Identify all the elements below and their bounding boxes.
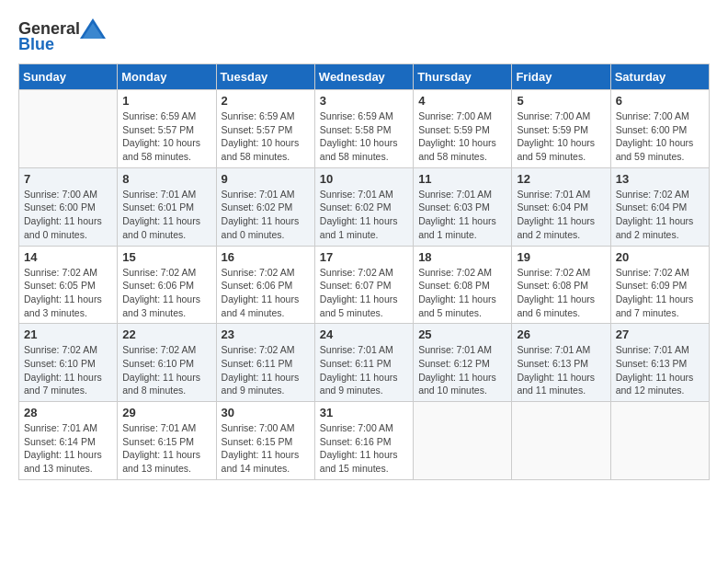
calendar-week-row: 14Sunrise: 7:02 AMSunset: 6:05 PMDayligh…	[19, 246, 710, 324]
day-number: 21	[24, 327, 112, 341]
weekday-header-thursday: Thursday	[414, 64, 512, 90]
calendar-day-cell: 6Sunrise: 7:00 AMSunset: 6:00 PMDaylight…	[610, 90, 709, 168]
day-info: Sunrise: 6:59 AMSunset: 5:57 PMDaylight:…	[122, 109, 210, 164]
day-number: 1	[122, 94, 210, 108]
calendar-day-cell: 26Sunrise: 7:01 AMSunset: 6:13 PMDayligh…	[512, 324, 610, 402]
calendar-day-cell: 14Sunrise: 7:02 AMSunset: 6:05 PMDayligh…	[19, 246, 118, 324]
day-number: 11	[418, 172, 506, 186]
calendar-day-cell: 9Sunrise: 7:01 AMSunset: 6:02 PMDaylight…	[216, 167, 314, 246]
day-number: 8	[122, 172, 210, 186]
calendar-day-cell: 10Sunrise: 7:01 AMSunset: 6:02 PMDayligh…	[314, 167, 413, 246]
day-info: Sunrise: 7:02 AMSunset: 6:09 PMDaylight:…	[616, 266, 704, 320]
day-number: 27	[616, 327, 704, 341]
day-number: 25	[418, 327, 506, 341]
day-number: 20	[616, 250, 704, 264]
day-info: Sunrise: 7:02 AMSunset: 6:10 PMDaylight:…	[24, 343, 112, 397]
day-info: Sunrise: 7:01 AMSunset: 6:11 PMDaylight:…	[320, 343, 408, 397]
day-number: 3	[320, 94, 408, 108]
calendar-day-cell: 31Sunrise: 7:00 AMSunset: 6:16 PMDayligh…	[314, 402, 413, 480]
calendar-day-cell	[512, 402, 610, 480]
day-number: 29	[122, 406, 210, 419]
calendar-day-cell: 20Sunrise: 7:02 AMSunset: 6:09 PMDayligh…	[610, 246, 709, 324]
logo-blue-text: Blue	[18, 35, 54, 54]
calendar-day-cell: 27Sunrise: 7:01 AMSunset: 6:13 PMDayligh…	[610, 324, 709, 402]
calendar-day-cell: 22Sunrise: 7:02 AMSunset: 6:10 PMDayligh…	[118, 324, 216, 402]
day-info: Sunrise: 7:01 AMSunset: 6:01 PMDaylight:…	[122, 188, 210, 242]
calendar-day-cell: 19Sunrise: 7:02 AMSunset: 6:08 PMDayligh…	[512, 246, 610, 324]
day-number: 22	[122, 327, 210, 341]
day-info: Sunrise: 7:02 AMSunset: 6:05 PMDaylight:…	[24, 266, 112, 320]
day-number: 9	[222, 172, 310, 186]
calendar-day-cell: 21Sunrise: 7:02 AMSunset: 6:10 PMDayligh…	[19, 324, 118, 402]
calendar-day-cell: 30Sunrise: 7:00 AMSunset: 6:15 PMDayligh…	[216, 402, 314, 480]
calendar-day-cell: 24Sunrise: 7:01 AMSunset: 6:11 PMDayligh…	[314, 324, 413, 402]
day-number: 4	[418, 94, 506, 108]
weekday-header-friday: Friday	[512, 64, 610, 90]
calendar-day-cell: 23Sunrise: 7:02 AMSunset: 6:11 PMDayligh…	[216, 324, 314, 402]
calendar-day-cell: 15Sunrise: 7:02 AMSunset: 6:06 PMDayligh…	[118, 246, 216, 324]
calendar-day-cell: 12Sunrise: 7:01 AMSunset: 6:04 PMDayligh…	[512, 167, 610, 246]
day-number: 16	[222, 250, 310, 264]
day-info: Sunrise: 6:59 AMSunset: 5:58 PMDaylight:…	[320, 109, 408, 164]
calendar-day-cell: 8Sunrise: 7:01 AMSunset: 6:01 PMDaylight…	[118, 167, 216, 246]
day-number: 28	[24, 406, 112, 419]
day-info: Sunrise: 7:01 AMSunset: 6:12 PMDaylight:…	[418, 343, 506, 397]
day-number: 2	[222, 94, 310, 108]
day-number: 18	[418, 250, 506, 264]
logo-arrow-icon	[80, 18, 106, 39]
day-number: 10	[320, 172, 408, 186]
calendar-day-cell: 4Sunrise: 7:00 AMSunset: 5:59 PMDaylight…	[414, 90, 512, 168]
calendar-day-cell	[19, 90, 118, 168]
calendar-day-cell: 1Sunrise: 6:59 AMSunset: 5:57 PMDaylight…	[118, 90, 216, 168]
day-info: Sunrise: 7:01 AMSunset: 6:15 PMDaylight:…	[122, 421, 210, 476]
day-number: 30	[222, 406, 310, 419]
calendar-table: SundayMondayTuesdayWednesdayThursdayFrid…	[18, 63, 710, 480]
day-info: Sunrise: 7:01 AMSunset: 6:03 PMDaylight:…	[418, 188, 506, 242]
day-number: 26	[517, 327, 605, 341]
day-info: Sunrise: 7:01 AMSunset: 6:02 PMDaylight:…	[222, 188, 310, 242]
calendar-day-cell: 17Sunrise: 7:02 AMSunset: 6:07 PMDayligh…	[314, 246, 413, 324]
calendar-day-cell	[610, 402, 709, 480]
day-number: 17	[320, 250, 408, 264]
calendar-week-row: 7Sunrise: 7:00 AMSunset: 6:00 PMDaylight…	[19, 167, 710, 246]
day-info: Sunrise: 7:00 AMSunset: 6:00 PMDaylight:…	[24, 188, 112, 242]
calendar-week-row: 28Sunrise: 7:01 AMSunset: 6:14 PMDayligh…	[19, 402, 710, 480]
day-number: 15	[122, 250, 210, 264]
weekday-header-saturday: Saturday	[610, 64, 709, 90]
day-info: Sunrise: 7:02 AMSunset: 6:06 PMDaylight:…	[122, 266, 210, 320]
day-info: Sunrise: 7:01 AMSunset: 6:02 PMDaylight:…	[320, 188, 408, 242]
day-number: 13	[616, 172, 704, 186]
calendar-day-cell: 29Sunrise: 7:01 AMSunset: 6:15 PMDayligh…	[118, 402, 216, 480]
day-info: Sunrise: 7:00 AMSunset: 5:59 PMDaylight:…	[517, 109, 605, 164]
day-number: 5	[517, 94, 605, 108]
calendar-week-row: 21Sunrise: 7:02 AMSunset: 6:10 PMDayligh…	[19, 324, 710, 402]
calendar-day-cell: 13Sunrise: 7:02 AMSunset: 6:04 PMDayligh…	[610, 167, 709, 246]
calendar-day-cell: 3Sunrise: 6:59 AMSunset: 5:58 PMDaylight…	[314, 90, 413, 168]
day-number: 31	[320, 406, 408, 419]
day-info: Sunrise: 7:02 AMSunset: 6:07 PMDaylight:…	[320, 266, 408, 320]
day-info: Sunrise: 7:01 AMSunset: 6:14 PMDaylight:…	[24, 421, 112, 476]
calendar-day-cell: 25Sunrise: 7:01 AMSunset: 6:12 PMDayligh…	[414, 324, 512, 402]
day-number: 23	[222, 327, 310, 341]
weekday-header-tuesday: Tuesday	[216, 64, 314, 90]
day-info: Sunrise: 7:00 AMSunset: 5:59 PMDaylight:…	[418, 109, 506, 164]
weekday-header-row: SundayMondayTuesdayWednesdayThursdayFrid…	[19, 64, 710, 90]
calendar-day-cell: 18Sunrise: 7:02 AMSunset: 6:08 PMDayligh…	[414, 246, 512, 324]
day-info: Sunrise: 7:01 AMSunset: 6:04 PMDaylight:…	[517, 188, 605, 242]
day-number: 6	[616, 94, 704, 108]
day-info: Sunrise: 7:02 AMSunset: 6:04 PMDaylight:…	[616, 188, 704, 242]
day-info: Sunrise: 7:01 AMSunset: 6:13 PMDaylight:…	[616, 343, 704, 397]
day-info: Sunrise: 7:01 AMSunset: 6:13 PMDaylight:…	[517, 343, 605, 397]
day-number: 24	[320, 327, 408, 341]
day-info: Sunrise: 7:02 AMSunset: 6:08 PMDaylight:…	[418, 266, 506, 320]
calendar-week-row: 1Sunrise: 6:59 AMSunset: 5:57 PMDaylight…	[19, 90, 710, 168]
weekday-header-sunday: Sunday	[19, 64, 118, 90]
day-info: Sunrise: 7:00 AMSunset: 6:15 PMDaylight:…	[222, 421, 310, 476]
calendar-day-cell	[414, 402, 512, 480]
day-info: Sunrise: 6:59 AMSunset: 5:57 PMDaylight:…	[222, 109, 310, 164]
calendar-day-cell: 7Sunrise: 7:00 AMSunset: 6:00 PMDaylight…	[19, 167, 118, 246]
day-info: Sunrise: 7:00 AMSunset: 6:00 PMDaylight:…	[616, 109, 704, 164]
calendar-day-cell: 28Sunrise: 7:01 AMSunset: 6:14 PMDayligh…	[19, 402, 118, 480]
day-number: 14	[24, 250, 112, 264]
page-header: General Blue	[18, 18, 710, 54]
